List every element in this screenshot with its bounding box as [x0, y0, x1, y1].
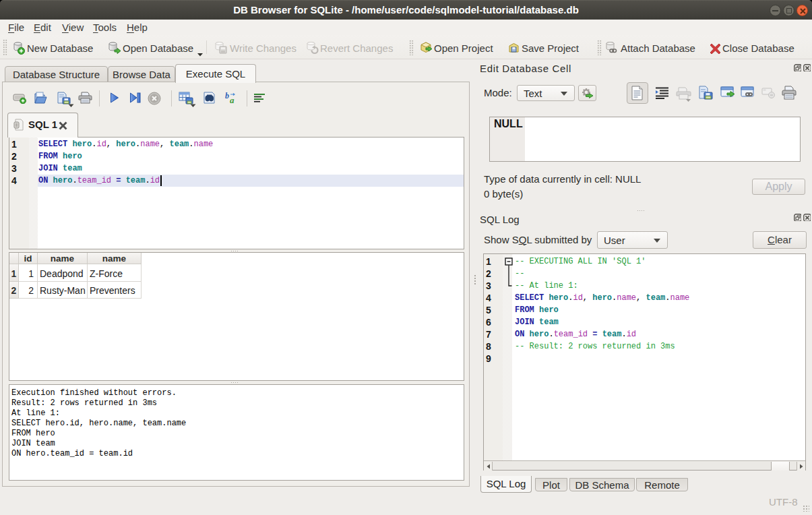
svg-text:b: b	[225, 92, 229, 100]
svg-text:a: a	[230, 95, 235, 104]
